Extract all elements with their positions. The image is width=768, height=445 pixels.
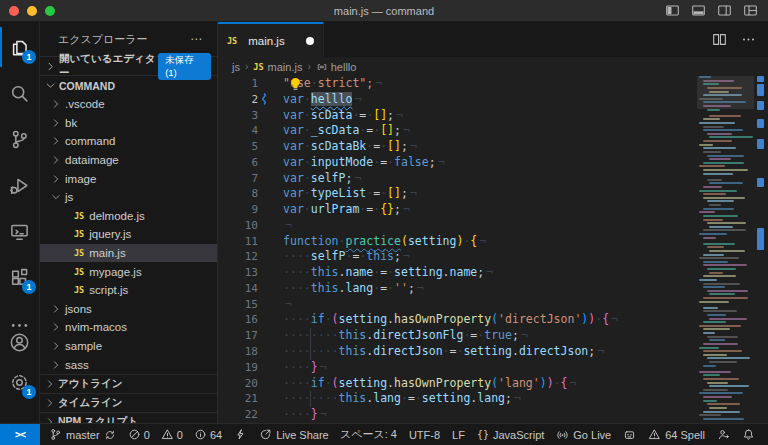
code-line-22[interactable]: 22····}¬ [218,407,768,423]
layout-icon[interactable] [743,3,758,18]
chevron-right-icon [50,117,62,129]
tree-item-script-js[interactable]: JSscript.js [40,281,217,300]
activitybar-extensions[interactable]: 1 [0,257,39,297]
minimap-slider[interactable] [697,76,754,109]
code-line-9[interactable]: 9var·urlPram·=·{};¬ [218,202,768,218]
tab-main-js[interactable]: JS main.js [218,22,324,57]
status-left: master0064Live Share [44,428,334,441]
status-feedback[interactable] [712,428,735,441]
panel-right-icon[interactable] [717,3,732,18]
status-language-mode[interactable]: {}JavaScript [472,429,549,441]
overview-ruler[interactable] [754,76,768,423]
error-icon [128,428,141,441]
traffic-lights [9,6,55,16]
branch-icon [9,129,30,150]
code-line-18[interactable]: 18········this.directJson·=·setting.dire… [218,344,768,360]
activitybar-settings[interactable]: 1 [0,362,39,402]
status-extension-zap[interactable] [229,428,252,441]
panel-タイムライン[interactable]: タイムライン [40,393,217,412]
chevron-right-icon [44,60,57,73]
tree-item-delmode-js[interactable]: JSdelmode.js [40,207,217,226]
breadcrumb-item[interactable]: main.js [268,61,303,73]
code-line-10[interactable]: 10¬ [218,218,768,234]
broadcast-icon [556,428,569,441]
code-line-13[interactable]: 13····this.name·=·setting.name;¬ [218,265,768,281]
diagnostic-marker [757,139,764,149]
minimize-window-button[interactable] [27,6,37,16]
status-indentation[interactable]: スペース: 4 [335,427,402,442]
close-window-button[interactable] [9,6,19,16]
explorer-badge: 1 [22,50,36,64]
tree-item--vscode[interactable]: .vscode [40,95,217,114]
tree-item-jquery-js[interactable]: JSjquery.js [40,225,217,244]
activitybar-explorer[interactable]: 1 [0,27,39,67]
status-notifications[interactable] [737,428,760,441]
panel-アウトライン[interactable]: アウトライン [40,374,217,393]
tree-item-bk[interactable]: bk [40,114,217,133]
activitybar-remote-explorer[interactable] [0,211,39,251]
code-line-21[interactable]: 21········this.lang·=·setting.lang;¬ [218,391,768,407]
tree-item-main-js[interactable]: JSmain.js [40,244,217,263]
tree-item-label: jsons [65,303,92,315]
tree-item-label: jquery.js [89,228,131,240]
open-editors-section[interactable]: 開いているエディター 未保存 (1) [40,56,217,76]
tree-item-dataimage[interactable]: dataimage [40,151,217,170]
code-line-12[interactable]: 12····selfP·=·this;¬ [218,249,768,265]
status-live-share[interactable]: Live Share [254,428,334,441]
split-editor-button[interactable] [712,32,727,47]
code-line-14[interactable]: 14····this.lang·=·'';¬ [218,281,768,297]
status-go-live[interactable]: Go Live [551,428,616,441]
breadcrumb-item[interactable]: js [232,61,240,73]
modified-dot-icon[interactable] [306,37,314,45]
remote-indicator[interactable]: >< [0,424,40,445]
activitybar-source-control[interactable] [0,119,39,159]
tree-item-sass[interactable]: sass [40,355,217,374]
tree-item-js[interactable]: js [40,188,217,207]
panel-bottom-icon[interactable] [691,3,706,18]
tree-item-sample[interactable]: sample [40,337,217,356]
activitybar-accounts[interactable] [0,322,39,362]
code-line-20[interactable]: 20····if·(setting.hasOwnProperty('lang')… [218,376,768,392]
line-number: 9 [218,202,258,218]
lightbulb-icon[interactable] [289,77,302,90]
status-problems[interactable]: 0064 [123,428,228,441]
activitybar-search[interactable] [0,73,39,113]
code-line-15[interactable]: 15¬ [218,297,768,313]
panel-NPM スクリプト[interactable]: NPM スクリプト [40,412,217,423]
window-title: main.js — command [334,5,434,17]
code-line-19[interactable]: 19····}¬ [218,360,768,376]
braces-icon: {} [477,429,489,440]
code-line-4[interactable]: 4var·_scData·=·[];¬ [218,123,768,139]
minimap[interactable] [697,76,754,423]
status-encoding[interactable]: UTF-8 [404,429,445,441]
code-line-17[interactable]: 17········this.directJsonFlg·=·true;¬ [218,328,768,344]
code-line-7[interactable]: 7var·selfP;¬ [218,171,768,187]
diagnostic-marker [757,178,764,187]
activitybar-run-debug[interactable] [0,165,39,205]
code-line-2[interactable]: 2var·helllo¬ [218,92,768,108]
code-line-16[interactable]: 16····if·(setting.hasOwnProperty('direct… [218,312,768,328]
status-robot[interactable] [618,428,641,441]
tree-item-image[interactable]: image [40,169,217,188]
panel-right-icon [717,3,732,18]
zoom-window-button[interactable] [45,6,55,16]
panel-left-icon[interactable] [665,3,680,18]
code-line-8[interactable]: 8var·typeList·=·[];¬ [218,186,768,202]
tree-item-mypage-js[interactable]: JSmypage.js [40,262,217,281]
code-line-6[interactable]: 6var·inputMode·=·false;¬ [218,155,768,171]
tree-item-command[interactable]: command [40,132,217,151]
breadcrumb-item[interactable]: helllo [331,61,357,73]
status-eol[interactable]: LF [447,429,470,441]
code-line-11[interactable]: 11function·practice(setting)·{¬ [218,234,768,250]
tree-item-nvim-macos[interactable]: nvim-macos [40,318,217,337]
js-file-icon: JS [227,36,237,46]
code-line-5[interactable]: 5var·scDataBk·=·[];¬ [218,139,768,155]
code-line-3[interactable]: 3var·scData·=·[];¬ [218,108,768,124]
code-area[interactable]: 1"use·strict";¬2var·helllo¬3var·scData·=… [218,76,768,423]
status-spell[interactable]: 64 Spell [643,428,710,441]
code-line-1[interactable]: 1"use·strict";¬ [218,76,768,92]
status-git-branch[interactable]: master [44,428,121,441]
sidebar-more-icon[interactable]: ⋯ [190,32,203,46]
editor-more-button[interactable] [741,32,756,47]
tree-item-jsons[interactable]: jsons [40,300,217,319]
